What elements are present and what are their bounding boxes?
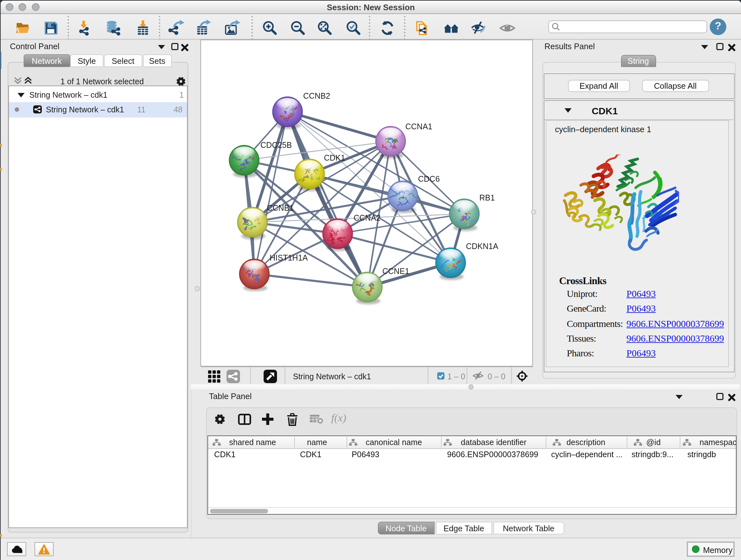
svg-text:CCNB2: CCNB2 — [303, 91, 330, 100]
svg-text:CCNA1: CCNA1 — [405, 122, 432, 131]
svg-text:CDC6: CDC6 — [418, 174, 440, 183]
svg-text:CCNA2: CCNA2 — [354, 213, 381, 222]
svg-text:CDK1: CDK1 — [324, 153, 345, 162]
svg-text:HIST1H1A: HIST1H1A — [270, 253, 308, 262]
svg-text:CCNB1: CCNB1 — [267, 203, 294, 212]
svg-text:RB1: RB1 — [479, 193, 495, 202]
svg-text:CCNE1: CCNE1 — [382, 266, 409, 275]
svg-text:CDC25B: CDC25B — [260, 140, 292, 149]
svg-text:CDKN1A: CDKN1A — [466, 242, 498, 251]
